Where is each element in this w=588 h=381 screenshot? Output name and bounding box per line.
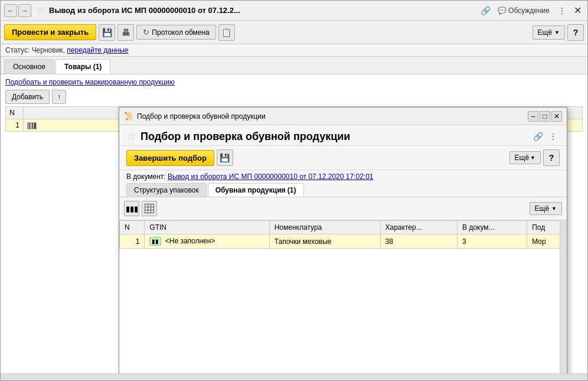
modal-close-button[interactable]: ✕ xyxy=(551,111,562,122)
modal-win-buttons: – □ ✕ xyxy=(528,111,562,122)
main-toolbar: Провести и закрыть 💾 🖶 ↻ Протокол обмена… xyxy=(1,21,587,44)
exchange-protocol-button[interactable]: ↻ Протокол обмена xyxy=(136,25,215,40)
exchange-icon: ↻ xyxy=(143,28,149,37)
shoes-table: N GTIN Номенклатура Характер... В докум.… xyxy=(119,220,567,249)
doc-ref-prefix: В документ: xyxy=(126,172,166,181)
main-tabs: Основное Товары (1) xyxy=(1,57,587,74)
status-label: Статус: xyxy=(5,46,30,54)
modal-cell-char: 38 xyxy=(380,235,458,249)
grid-view-button[interactable] xyxy=(142,201,157,216)
modal-favorite-icon[interactable]: ☆ xyxy=(126,130,136,143)
doc-ref-link[interactable]: Вывод из оборота ИС МП 00000000010 от 07… xyxy=(168,172,374,181)
modal-header-actions: 🔗 ⋮ xyxy=(531,130,560,143)
modal-cell-gtin: ▮▮ <Не заполнен> xyxy=(145,235,269,249)
more-label: Ещё xyxy=(538,28,553,37)
modal-col-indoc: В докум... xyxy=(458,221,527,235)
extra-button[interactable]: 📋 xyxy=(218,24,235,41)
gtin-icon: ▮▮ xyxy=(149,237,161,246)
modal-save-icon: 💾 xyxy=(220,153,230,162)
modal-esc-more-label: Ещё xyxy=(535,204,550,213)
modal-more-button[interactable]: Ещё ▼ xyxy=(509,151,541,164)
print-button[interactable]: 🖶 xyxy=(117,24,134,41)
modal-heading: Подбор и проверка обувной продукции xyxy=(141,131,527,143)
modal-dialog: 📜 Подбор и проверка обувной продукции – … xyxy=(119,107,567,373)
back-button[interactable]: ← xyxy=(4,4,17,17)
title-bar: ← → ☆ Вывод из оборота ИС МП 00000000010… xyxy=(1,1,587,21)
modal-header: ☆ Подбор и проверка обувной продукции 🔗 … xyxy=(119,125,567,146)
modal-tabs: Структура упаковок Обувная продукция (1) xyxy=(119,183,567,197)
modal-chevron-icon: ▼ xyxy=(530,155,535,161)
print-icon: 🖶 xyxy=(122,28,130,37)
chevron-down-icon: ▼ xyxy=(554,30,560,35)
modal-titlebar-icon: 📜 xyxy=(124,112,133,121)
link-icon[interactable]: 🔗 xyxy=(479,4,492,17)
extra-icon: 📋 xyxy=(221,28,231,37)
modal-col-gtin: GTIN xyxy=(145,221,269,235)
save-button[interactable]: 💾 xyxy=(99,24,115,41)
tab-main[interactable]: Основное xyxy=(4,59,54,74)
modal-title-text: Подбор и проверка обувной продукции xyxy=(137,112,266,121)
bottom-scrollbar[interactable] xyxy=(1,373,587,380)
favorite-icon[interactable]: ☆ xyxy=(36,5,44,16)
modal-table-wrap: N GTIN Номенклатура Характер... В докум.… xyxy=(119,220,567,373)
status-bar: Статус: Черновик, передайте данные xyxy=(1,44,587,57)
modal-col-name: Номенклатура xyxy=(269,221,380,235)
modal-cell-n: 1 xyxy=(120,235,145,249)
exchange-label: Протокол обмена xyxy=(152,28,209,37)
modal-col-n: N xyxy=(120,221,145,235)
modal-minimize-button[interactable]: – xyxy=(528,111,538,122)
modal-tab-shoes[interactable]: Обувная продукция (1) xyxy=(208,183,304,197)
modal-link-icon[interactable]: 🔗 xyxy=(531,130,544,143)
grid-icon xyxy=(145,204,154,213)
modal-maximize-button[interactable]: □ xyxy=(540,111,550,122)
barcode-scan-button[interactable]: ▮▮▮ xyxy=(124,201,139,216)
modal-esc-more-button[interactable]: Ещё ▼ xyxy=(530,202,562,215)
modal-table-row[interactable]: 1 ▮▮ <Не заполнен> Тапочки меховые 38 3 … xyxy=(120,235,567,249)
barcode-scan-icon: ▮▮▮ xyxy=(126,204,138,213)
help-button[interactable]: ? xyxy=(567,24,584,41)
discussion-button[interactable]: 💬 Обсуждение xyxy=(494,5,553,16)
modal-overlay: 📜 Подбор и проверка обувной продукции – … xyxy=(1,74,587,373)
gtin-text: <Не заполнен> xyxy=(165,237,215,245)
main-content: Подобрать и проверить маркированную прод… xyxy=(1,74,587,373)
modal-col-char: Характер... xyxy=(380,221,458,235)
modal-esc-chevron-icon: ▼ xyxy=(551,206,557,211)
modal-titlebar: 📜 Подбор и проверка обувной продукции – … xyxy=(119,108,567,125)
status-link[interactable]: передайте данные xyxy=(67,46,128,54)
save-icon: 💾 xyxy=(102,28,112,37)
modal-table-toolbar: ▮▮▮ Ещё ▼ xyxy=(119,197,567,220)
status-value: Черновик, xyxy=(32,46,65,54)
chat-icon: 💬 xyxy=(498,6,507,15)
modal-more-icon[interactable]: ⋮ xyxy=(547,130,560,143)
tab-goods[interactable]: Товары (1) xyxy=(55,59,110,74)
more-button[interactable]: Ещё ▼ xyxy=(533,25,565,40)
discussion-label: Обсуждение xyxy=(508,6,550,15)
main-window: ← → ☆ Вывод из оборота ИС МП 00000000010… xyxy=(0,0,588,381)
finish-button[interactable]: Завершить подбор xyxy=(126,150,214,166)
modal-cell-name: Тапочки меховые xyxy=(269,235,380,249)
more-icon[interactable]: ⋮ xyxy=(556,4,569,17)
modal-more-label: Ещё xyxy=(515,154,530,162)
modal-cell-indoc: 3 xyxy=(458,235,527,249)
modal-save-button[interactable]: 💾 xyxy=(217,149,233,166)
forward-button[interactable]: → xyxy=(18,4,31,17)
modal-content: ▮▮▮ Ещё ▼ xyxy=(119,197,567,373)
modal-tab-structure[interactable]: Структура упаковок xyxy=(126,183,207,197)
modal-doc-ref: В документ: Вывод из оборота ИС МП 00000… xyxy=(119,170,567,183)
post-close-button[interactable]: Провести и закрыть xyxy=(4,24,96,40)
modal-scrollbar[interactable] xyxy=(560,220,567,373)
nav-buttons: ← → xyxy=(4,4,31,17)
title-actions: 🔗 💬 Обсуждение ⋮ ✕ xyxy=(479,4,584,17)
modal-toolbar: Завершить подбор 💾 Ещё ▼ ? xyxy=(119,146,567,170)
modal-help-button[interactable]: ? xyxy=(543,149,560,166)
close-button[interactable]: ✕ xyxy=(571,4,584,17)
window-title: Вывод из оборота ИС МП 00000000010 от 07… xyxy=(49,6,475,15)
